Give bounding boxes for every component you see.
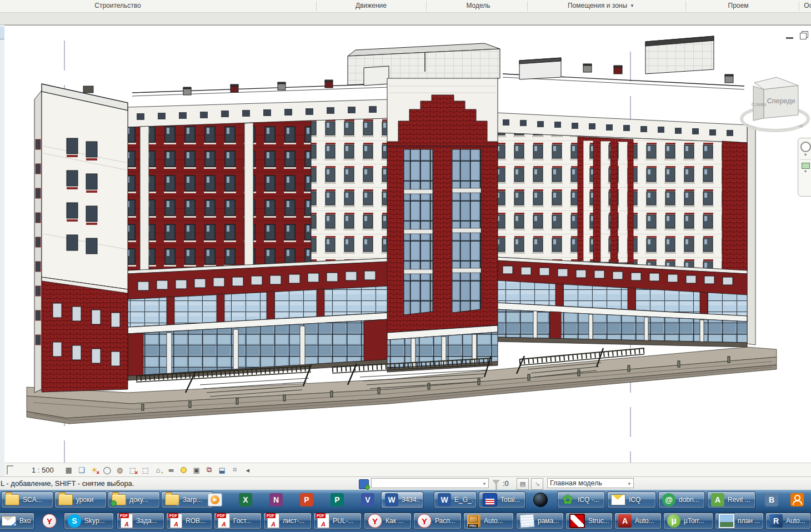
taskbar-button-struc[interactable]: Struc... [565,513,613,529]
taskbar-button-publisher[interactable] [326,491,349,508]
taskbar-button-revit-green[interactable]: Revit ... [707,491,755,508]
mail-check-icon [2,516,16,526]
taskbar-button-vkontakte[interactable] [761,491,782,508]
reveal-constraints-icon[interactable] [229,464,241,475]
taskbar-button-powerpoint[interactable] [295,491,318,508]
filter-icon[interactable] [492,480,500,485]
ribbon-panel-opening[interactable]: Проем [728,2,749,9]
shadows-icon[interactable] [102,464,113,475]
folder-icon [5,494,19,505]
chevron-down-icon[interactable]: ▼ [804,153,808,157]
viewcube[interactable]: Слева Спереди [742,77,808,131]
scale-button[interactable]: 1 : 500 [32,466,54,474]
temporary-hide-isolate-icon[interactable] [166,464,177,475]
taskbar-button-utorrent[interactable]: µTorr... [663,513,713,529]
steering-wheel-icon[interactable] [800,142,811,152]
taskbar-button-folder-uroki[interactable]: уроки [54,491,107,508]
view-minimize-icon[interactable] [786,37,793,39]
visio-icon [361,493,374,506]
taskbar-button-pdf-pul[interactable]: PUL-... [313,513,362,529]
taskbar-button-yandex-browser[interactable] [38,513,61,529]
worksets-icon[interactable] [359,479,369,489]
view-restore-icon[interactable] [800,33,807,39]
taskbar-button-odnoklassniki[interactable] [785,491,809,508]
chevron-down-icon[interactable]: ▼ [804,170,808,173]
select-arrow-button[interactable]: ↘ [531,478,543,490]
taskbar-button-revit[interactable]: Auto... [765,513,811,529]
taskbar-button-skype[interactable]: Skyp... [64,513,114,529]
drawing-area[interactable]: Слева Спереди ▼ ▼ [4,25,811,463]
crop-view-icon[interactable] [127,464,138,475]
taskbar-button-yandex-kak[interactable]: Как ... [364,513,412,529]
taskbar-button-visio[interactable] [356,491,379,508]
temporary-view-properties-icon[interactable] [191,464,202,475]
taskbar-button-plan-image[interactable]: план ... [715,513,764,529]
structure-app-icon [569,514,585,528]
taskbar-button-inbox[interactable]: Входя... [0,513,34,529]
word-icon [438,493,451,506]
onenote-icon [269,493,283,506]
ribbon-panel-construction[interactable]: Строительство [94,2,141,9]
building-right-wing [496,113,755,347]
status-message: L - добавление, SHIFT - снятие выбора. [1,479,134,488]
autocad-icon [618,514,632,528]
zoom-icon[interactable] [802,163,810,169]
filter-count: :0 [503,479,509,488]
taskbar-button-media-player[interactable] [203,491,227,508]
excel-icon [239,493,252,506]
taskbar-button-total-commander[interactable]: Total... [479,491,525,508]
revit-application-window: Строительство Движение Модель Помещения … [0,0,811,532]
taskbar-button-pdf-gost[interactable]: Гост... [214,513,262,529]
taskbar-button-pdf-rob[interactable]: ROB... [166,513,212,529]
chevron-down-icon: ▼ [627,481,632,486]
taskbar-button-mailru-agent[interactable]: dobri... [658,491,705,508]
displacement-sets-icon[interactable] [204,464,215,475]
taskbar-button-folder-doku[interactable]: доку... [108,491,160,508]
ribbon-divider [685,1,686,11]
detail-level-icon[interactable] [63,464,74,475]
status-bar: L - добавление, SHIFT - снятие выбора. ▼… [0,476,811,490]
taskbar-button-icq[interactable]: ICQ -... [557,491,605,508]
locked-3d-view-icon[interactable] [153,464,164,475]
window-corner-mark [7,465,13,474]
taskbar-button-notepad[interactable]: рама... [516,513,564,529]
reveal-hidden-elements-icon[interactable] [178,464,189,475]
collapse-arrow-icon[interactable] [242,464,253,475]
media-player-icon [208,493,222,506]
notepad-icon [519,514,535,528]
show-crop-region-icon[interactable] [140,464,151,475]
taskbar-button-pdf-list[interactable]: лист-... [263,513,312,529]
design-options-combobox[interactable]: Главная модель▼ [547,478,634,488]
visual-style-icon[interactable] [76,464,87,475]
total-commander-icon [483,493,497,506]
ribbon-panel-datum[interactable]: Ос [804,2,811,9]
taskbar-button-folder-sca[interactable]: SCA... [1,491,53,508]
powerpoint-icon [300,493,313,506]
taskbar-button-pdf-zada[interactable]: Зада... [117,513,164,529]
taskbar-button-word-eg[interactable]: E_G_... [434,491,477,508]
editable-only-button[interactable]: ▤ [517,478,529,490]
ribbon-divider [527,1,528,11]
sun-path-icon[interactable] [89,464,100,475]
downloads-folder-icon [165,494,179,505]
worksets-combobox[interactable]: ▼ [371,478,489,488]
taskbar-button-yandex-rasp[interactable]: Расп... [413,513,462,529]
pdf-icon [170,514,182,528]
vkontakte-icon [765,493,778,506]
taskbar-button-onenote[interactable] [264,491,288,508]
pdf-icon [121,514,133,528]
rendering-dialog-icon[interactable] [114,464,126,475]
ribbon-panel-model[interactable]: Модель [466,2,490,9]
taskbar-button-excel[interactable] [234,491,257,508]
taskbar-button-panther[interactable] [528,491,553,508]
taskbar-button-autodesk-pro[interactable]: Auto... [463,513,514,529]
ribbon-panel-circulation[interactable]: Движение [356,2,387,9]
navigation-bar[interactable]: ▼ ▼ [798,138,811,197]
taskbar-button-word-3434[interactable]: 3434... [381,491,423,508]
taskbar-button-autocad[interactable]: Auto... [614,513,662,529]
taskbar-row-2: Входя... Skyp... Зада... ROB... Гост... … [0,511,811,532]
image-viewer-icon [719,514,734,528]
worksharing-display-icon[interactable] [217,464,228,475]
ribbon-panel-rooms-areas[interactable]: Помещения и зоны▼ [568,2,634,9]
taskbar-button-icq-mail[interactable]: ICQ [607,491,656,508]
